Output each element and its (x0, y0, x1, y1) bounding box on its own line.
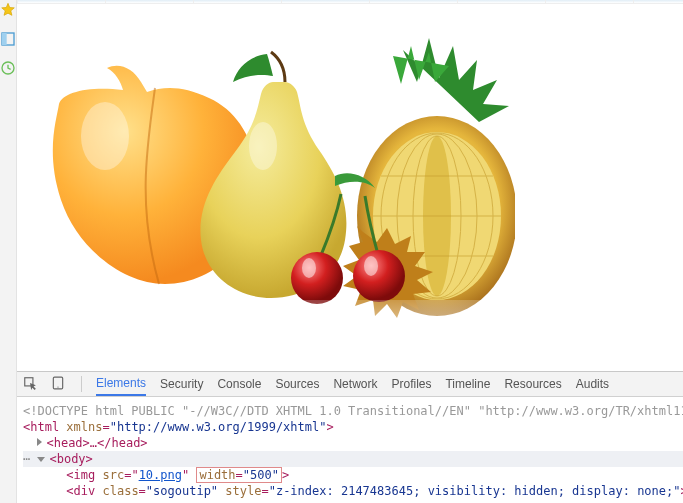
body-open-line[interactable]: ⋯ <body> (23, 451, 683, 467)
history-icon[interactable] (0, 60, 16, 79)
expand-caret-icon[interactable] (37, 438, 42, 446)
page-viewport (17, 0, 683, 371)
tab-network[interactable]: Network (333, 372, 377, 396)
tab-timeline[interactable]: Timeline (445, 372, 490, 396)
inspect-icon[interactable] (23, 376, 37, 393)
tab-sources[interactable]: Sources (275, 372, 319, 396)
left-sidebar (0, 0, 17, 503)
doctype-line: <!DOCTYPE html PUBLIC "-//W3C//DTD XHTML… (23, 403, 683, 419)
tab-resources[interactable]: Resources (504, 372, 561, 396)
svg-point-4 (249, 122, 277, 170)
panel-icon[interactable] (0, 31, 16, 50)
device-icon[interactable] (51, 376, 65, 393)
devtools-tabbar: Elements Security Console Sources Networ… (17, 371, 683, 397)
tab-security[interactable]: Security (160, 372, 203, 396)
div-line[interactable]: <div class="sogoutip" style="z-index: 21… (23, 483, 683, 499)
svg-point-17 (364, 256, 378, 276)
tab-profiles[interactable]: Profiles (391, 372, 431, 396)
svg-rect-1 (2, 33, 7, 45)
html-open-line[interactable]: <html xmlns="http://www.w3.org/1999/xhtm… (23, 419, 683, 435)
tab-console[interactable]: Console (217, 372, 261, 396)
head-line[interactable]: <head>…</head> (23, 435, 683, 451)
svg-point-16 (302, 258, 316, 278)
star-icon[interactable] (0, 2, 16, 21)
elements-panel[interactable]: <!DOCTYPE html PUBLIC "-//W3C//DTD XHTML… (17, 397, 683, 503)
tab-audits[interactable]: Audits (576, 372, 609, 396)
svg-point-20 (57, 386, 58, 387)
img-line[interactable]: <img src="10.png" width="500"> (23, 467, 683, 483)
collapse-caret-icon[interactable] (37, 457, 45, 462)
tab-elements[interactable]: Elements (96, 372, 146, 396)
svg-point-3 (81, 102, 129, 170)
